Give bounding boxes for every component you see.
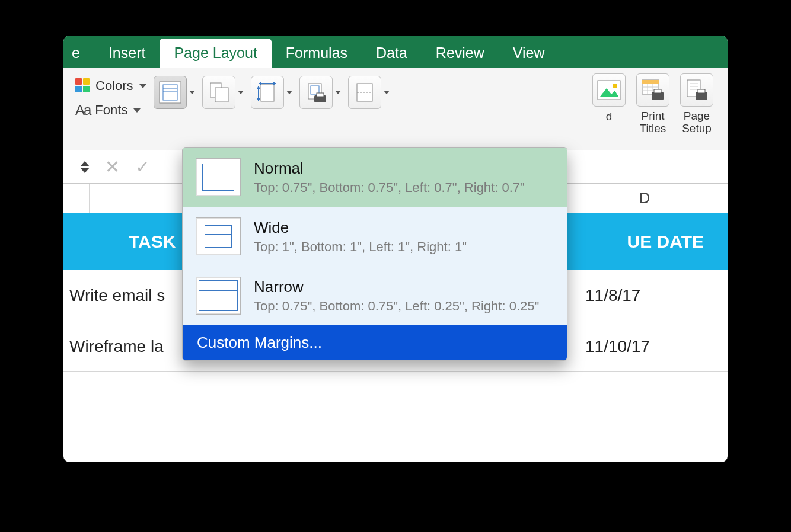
print-titles-button[interactable]: Print Titles: [636, 73, 669, 135]
chevron-down-icon: [238, 91, 244, 94]
cell-due: 11/8/17: [562, 270, 728, 321]
ribbon-right: d Print Title: [592, 73, 728, 135]
chevron-down-icon: [133, 108, 141, 113]
margins-custom-option[interactable]: Custom Margins...: [183, 325, 567, 360]
print-titles-label-1: Print: [640, 110, 666, 123]
chevron-down-icon: [189, 91, 195, 94]
tab-view[interactable]: View: [499, 39, 559, 68]
fonts-icon: Aa: [75, 102, 90, 118]
svg-rect-16: [317, 93, 324, 97]
orientation-button[interactable]: [202, 76, 244, 109]
page-setup-label-2: Setup: [682, 123, 712, 135]
margins-normal-icon: [196, 158, 241, 196]
colors-label: Colors: [95, 78, 133, 94]
margins-icon: [159, 81, 181, 104]
colors-icon: [75, 78, 91, 94]
background-label-fragment: d: [606, 110, 613, 123]
picture-icon: [597, 80, 621, 100]
svg-rect-5: [215, 88, 228, 102]
chevron-down-icon: [384, 91, 390, 94]
margins-wide-icon: [196, 217, 241, 255]
orientation-icon: [208, 81, 230, 104]
margins-option-sub: Top: 0.75", Bottom: 0.75", Left: 0.25", …: [254, 299, 539, 314]
margins-option-title: Narrow: [254, 278, 539, 296]
chevron-down-icon: [139, 84, 146, 88]
colors-dropdown[interactable]: Colors: [75, 78, 146, 94]
breaks-button[interactable]: [348, 76, 390, 109]
print-titles-label-2: Titles: [640, 123, 666, 135]
tab-insert[interactable]: Insert: [94, 39, 160, 68]
ribbon-tabs: e Insert Page Layout Formulas Data Revie…: [63, 36, 728, 68]
chevron-down-icon: [335, 91, 341, 94]
margins-option-wide[interactable]: Wide Top: 1", Bottom: 1", Left: 1", Righ…: [183, 207, 567, 266]
column-header-d[interactable]: D: [562, 184, 728, 213]
tab-page-layout[interactable]: Page Layout: [160, 39, 271, 68]
page-setup-button[interactable]: Page Setup: [680, 73, 713, 135]
fonts-label: Fonts: [95, 102, 127, 118]
svg-marker-11: [257, 86, 260, 89]
themes-group: Colors Aa Fonts: [75, 73, 146, 118]
svg-rect-19: [598, 81, 620, 100]
margins-option-normal[interactable]: Normal Top: 0.75", Bottom: 0.75", Left: …: [183, 148, 567, 207]
svg-rect-23: [642, 80, 659, 84]
margins-narrow-icon: [196, 277, 241, 315]
accept-icon[interactable]: ✓: [135, 156, 150, 177]
cell-due: 11/10/17: [562, 321, 728, 371]
svg-point-21: [613, 84, 617, 88]
print-area-icon: [305, 81, 327, 104]
cancel-icon[interactable]: ✕: [105, 156, 120, 177]
header-due-date-fragment: UE DATE: [562, 213, 728, 270]
svg-rect-6: [261, 85, 274, 101]
page-setup-icon: [685, 79, 709, 101]
app-window: e Insert Page Layout Formulas Data Revie…: [63, 36, 728, 462]
ribbon-body: Colors Aa Fonts: [63, 68, 728, 150]
margins-option-title: Wide: [254, 219, 467, 237]
print-area-button[interactable]: [299, 76, 341, 109]
size-button[interactable]: [251, 76, 292, 109]
margins-dropdown-menu: Normal Top: 0.75", Bottom: 0.75", Left: …: [182, 147, 567, 361]
size-icon: [256, 81, 279, 104]
chevron-down-icon: [286, 91, 292, 94]
breaks-icon: [353, 81, 376, 104]
margins-option-sub: Top: 0.75", Bottom: 0.75", Left: 0.7", R…: [254, 180, 525, 196]
svg-marker-12: [257, 98, 260, 101]
svg-rect-35: [698, 89, 705, 93]
fonts-dropdown[interactable]: Aa Fonts: [75, 102, 146, 118]
svg-marker-8: [259, 82, 261, 85]
name-box-stepper[interactable]: [80, 161, 90, 173]
margins-option-title: Normal: [254, 159, 525, 178]
margins-option-narrow[interactable]: Narrow Top: 0.75", Bottom: 0.75", Left: …: [183, 266, 567, 325]
margins-button[interactable]: [154, 76, 195, 109]
background-button-fragment[interactable]: d: [592, 73, 626, 135]
print-titles-icon: [641, 79, 665, 101]
tab-home-partial[interactable]: e: [63, 39, 94, 68]
svg-marker-9: [273, 82, 276, 85]
margins-option-sub: Top: 1", Bottom: 1", Left: 1", Right: 1": [254, 239, 467, 255]
tab-formulas[interactable]: Formulas: [272, 39, 362, 68]
tab-data[interactable]: Data: [362, 39, 422, 68]
tab-review[interactable]: Review: [422, 39, 499, 68]
page-setup-label-1: Page: [682, 110, 712, 123]
svg-rect-29: [654, 89, 661, 93]
page-setup-buttons: [154, 73, 390, 109]
